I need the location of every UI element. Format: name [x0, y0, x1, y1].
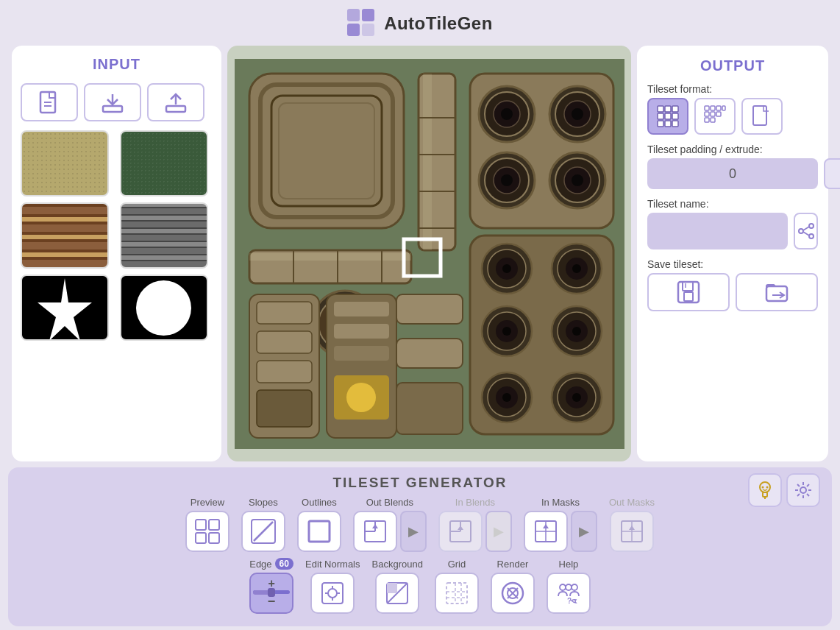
svg-rect-78 — [257, 390, 312, 427]
svg-marker-9 — [38, 278, 92, 341]
bottom-panel: TILESET GENERATOR — [8, 467, 832, 626]
svg-rect-85 — [396, 294, 463, 324]
editnormals-label: Edit Normals — [305, 559, 360, 570]
inmasks-arrow[interactable]: ▶ — [571, 511, 597, 552]
import-icon — [102, 91, 124, 113]
svg-line-111 — [803, 232, 809, 236]
inblends-arrow[interactable]: ▶ — [485, 511, 512, 552]
format-buttons — [647, 98, 818, 135]
inmasks-row: ▶ — [524, 511, 597, 552]
texture-star[interactable] — [21, 275, 109, 341]
share-button[interactable] — [794, 213, 818, 249]
svg-point-107 — [809, 224, 814, 228]
svg-rect-104 — [705, 118, 709, 122]
save-label: Save tileset: — [647, 258, 818, 270]
padding-input[interactable] — [647, 158, 818, 189]
svg-point-121 — [762, 486, 764, 489]
svg-rect-135 — [209, 533, 219, 543]
texture-brick2[interactable] — [120, 202, 208, 269]
tool-group-preview: Preview — [185, 497, 229, 552]
texture-tan[interactable] — [21, 130, 109, 197]
texture-grid — [21, 130, 213, 341]
name-row — [647, 213, 818, 249]
lightbulb-icon — [755, 480, 775, 500]
output-panel: OUTPUT Tileset format: — [637, 46, 828, 461]
texture-green[interactable] — [120, 130, 208, 197]
edge-button[interactable]: + − — [249, 573, 293, 614]
settings-icons — [748, 473, 820, 507]
tool-group-background: Background — [372, 559, 423, 614]
svg-rect-116 — [766, 286, 787, 301]
svg-rect-92 — [665, 113, 671, 119]
app-title: AutoTileGen — [384, 13, 493, 34]
padding-extra-input[interactable] — [824, 158, 840, 189]
preview-button[interactable] — [185, 511, 229, 552]
outlines-label: Outlines — [302, 497, 337, 508]
input-panel: INPUT — [12, 46, 221, 461]
input-buttons — [21, 83, 213, 121]
padding-label: Tileset padding / extrude: — [647, 144, 818, 155]
tileset-name-input[interactable] — [647, 213, 788, 249]
export-button[interactable] — [147, 83, 204, 121]
import-button[interactable] — [84, 83, 141, 121]
share-icon — [798, 223, 814, 239]
svg-rect-82 — [334, 346, 389, 361]
export-folder-button[interactable] — [736, 273, 818, 311]
outblends-button[interactable] — [353, 511, 397, 552]
svg-rect-101 — [705, 112, 709, 116]
outblends-arrow[interactable]: ▶ — [400, 511, 427, 552]
svg-rect-1 — [362, 9, 374, 21]
svg-point-156 — [328, 589, 337, 598]
slopes-icon — [250, 518, 277, 545]
svg-point-175 — [566, 584, 572, 590]
new-file-button[interactable] — [21, 83, 78, 121]
editnormals-button[interactable] — [310, 573, 355, 614]
svg-rect-39 — [249, 253, 411, 261]
svg-rect-114 — [684, 292, 693, 301]
svg-point-173 — [560, 584, 566, 590]
inblends-button[interactable] — [438, 511, 483, 552]
svg-marker-154 — [629, 525, 635, 530]
outlines-button[interactable] — [297, 511, 341, 552]
svg-rect-105 — [711, 118, 715, 122]
inmasks-button[interactable] — [524, 511, 568, 552]
save-disk-icon — [677, 280, 700, 304]
tileset-preview-svg — [235, 59, 624, 449]
slopes-label: Slopes — [249, 497, 278, 508]
slopes-button[interactable] — [241, 511, 285, 552]
circle-shape — [136, 280, 191, 336]
grid-label: Grid — [448, 559, 466, 570]
texture-circle[interactable] — [120, 275, 208, 341]
grid-button[interactable] — [435, 573, 479, 614]
svg-rect-81 — [334, 324, 389, 339]
svg-rect-88 — [658, 106, 663, 112]
edge-label: Edge — [249, 559, 271, 570]
gear-icon — [793, 480, 814, 500]
svg-line-131 — [797, 494, 800, 496]
tool-group-editnormals: Edit Normals — [305, 559, 360, 614]
format-btn-page[interactable] — [741, 98, 783, 135]
outmasks-button[interactable] — [610, 511, 654, 552]
tool-group-slopes: Slopes — [241, 497, 285, 552]
name-label: Tileset name: — [647, 198, 818, 210]
help-button[interactable]: ? — [547, 573, 591, 614]
settings-button[interactable] — [786, 473, 820, 507]
save-file-button[interactable] — [647, 273, 730, 311]
format-btn-grid4[interactable] — [694, 98, 736, 135]
outblends-icon — [362, 518, 388, 545]
svg-point-108 — [799, 229, 803, 233]
tool-group-grid: Grid — [435, 559, 479, 614]
texture-brick1[interactable] — [21, 202, 109, 269]
render-button[interactable] — [491, 573, 535, 614]
background-button[interactable] — [375, 573, 419, 614]
tool-group-help: Help ? — [547, 559, 591, 614]
format-btn-grid3[interactable] — [647, 98, 688, 135]
format-section: Tileset format: — [647, 83, 818, 135]
hint-button[interactable] — [748, 473, 782, 507]
svg-point-53 — [502, 264, 511, 273]
editnormals-icon — [319, 580, 346, 606]
preview-canvas — [227, 46, 631, 461]
app-logo — [347, 9, 377, 38]
output-title: OUTPUT — [647, 57, 818, 74]
page-icon — [752, 105, 772, 127]
